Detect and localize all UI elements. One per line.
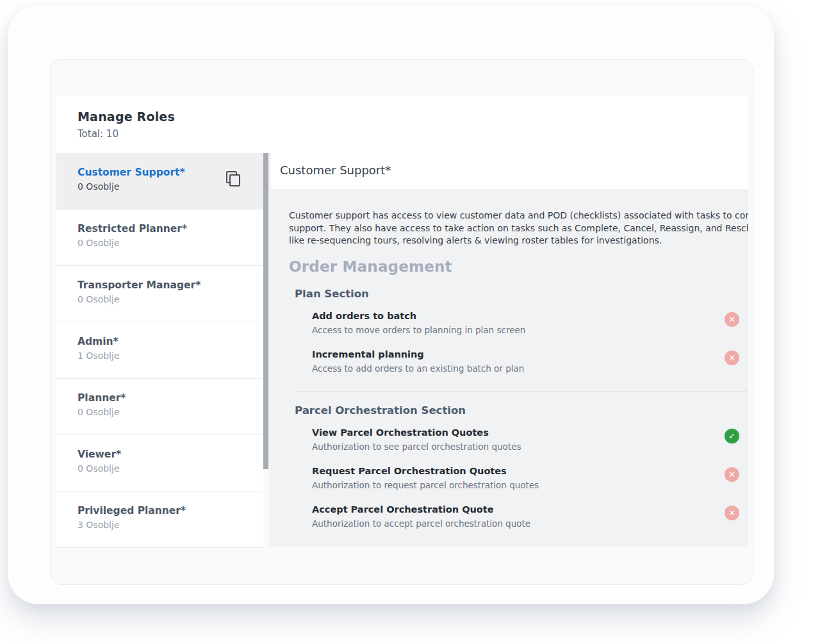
sidebar-scrollbar-track[interactable] (263, 153, 268, 547)
role-item-admin[interactable]: Admin* 1 Osoblje (56, 322, 263, 379)
screen: Manage Roles Total: 10 Customer Support*… (0, 0, 820, 644)
permission-title: Accept Parcel Orchestration Quote (312, 504, 710, 515)
role-member-count: 1 Osoblje (78, 351, 263, 361)
x-icon: ✕ (728, 354, 735, 362)
permission-description: Authorization to see parcel orchestratio… (312, 442, 710, 452)
app-card: Manage Roles Total: 10 Customer Support*… (50, 59, 753, 585)
role-detail-panel: Customer Support* Customer support has a… (271, 153, 748, 547)
permission-row: Accept Parcel Orchestration Quote Author… (312, 504, 748, 532)
role-item-planner[interactable]: Planner* 0 Osoblje (56, 379, 263, 435)
permission-row: Incremental planning Access to add order… (312, 349, 748, 377)
permission-title: View Parcel Orchestration Quotes (312, 427, 710, 438)
permission-row: Request Parcel Orchestration Quotes Auth… (312, 466, 748, 493)
section-parcel-orchestration: Parcel Orchestration Section View Parcel… (289, 404, 748, 532)
copy-icon (226, 171, 240, 186)
permission-denied-icon[interactable]: ✕ ✓ (725, 351, 739, 365)
x-icon: ✕ (728, 315, 735, 324)
role-detail-title: Customer Support* (280, 163, 748, 177)
role-name: Admin* (78, 336, 263, 347)
role-name: Privileged Planner* (78, 505, 263, 516)
page-title: Manage Roles (78, 110, 748, 124)
permission-denied-icon[interactable]: ✕ ✓ (725, 506, 739, 520)
role-item-privileged-planner[interactable]: Privileged Planner* 3 Osoblje (56, 491, 263, 548)
permission-description: Access to add orders to an existing batc… (312, 363, 710, 374)
role-member-count: 3 Osoblje (78, 520, 263, 530)
permission-granted-icon[interactable]: ✕ ✓ (725, 429, 739, 443)
section-title: Plan Section (295, 288, 748, 300)
device-frame: Manage Roles Total: 10 Customer Support*… (8, 5, 774, 604)
permission-title: Incremental planning (312, 349, 710, 359)
section-plan: Plan Section Add orders to batch Access … (289, 288, 748, 377)
permission-title: Add orders to batch (312, 311, 710, 321)
role-member-count: 0 Osoblje (78, 463, 263, 474)
role-detail-content: Customer support has access to view cust… (271, 189, 748, 547)
x-icon: ✕ (728, 470, 735, 479)
role-name: Planner* (78, 392, 263, 404)
roles-total-count: Total: 10 (78, 128, 748, 140)
role-item-restricted-planner[interactable]: Restricted Planner* 0 Osoblje (56, 210, 263, 266)
role-name: Transporter Manager* (78, 279, 263, 291)
section-divider (294, 391, 748, 392)
role-name: Restricted Planner* (78, 223, 263, 235)
role-member-count: 0 Osoblje (78, 238, 263, 248)
roles-sidebar: Customer Support* 0 Osoblje Restricted P… (56, 153, 268, 547)
permission-description: Access to move orders to planning in pla… (312, 325, 710, 335)
role-item-transporter-manager[interactable]: Transporter Manager* 0 Osoblje (56, 266, 263, 322)
section-title: Parcel Orchestration Section (295, 404, 748, 417)
permission-row: Add orders to batch Access to move order… (312, 311, 748, 338)
permission-denied-icon[interactable]: ✕ ✓ (725, 312, 739, 327)
role-detail-header: Customer Support* (271, 153, 748, 189)
permission-row: View Parcel Orchestration Quotes Authori… (312, 427, 748, 455)
role-item-viewer[interactable]: Viewer* 0 Osoblje (56, 435, 263, 491)
role-member-count: 0 Osoblje (78, 294, 263, 304)
x-icon: ✕ (728, 509, 735, 517)
check-icon: ✓ (728, 432, 735, 440)
permission-title: Request Parcel Orchestration Quotes (312, 466, 710, 476)
permission-description: Authorization to accept parcel orchestra… (312, 518, 710, 529)
role-member-count: 0 Osoblje (78, 407, 263, 417)
category-title: Order Management (289, 258, 748, 275)
permission-description: Authorization to request parcel orchestr… (312, 480, 710, 490)
role-item-customer-support[interactable]: Customer Support* 0 Osoblje (56, 153, 263, 210)
permission-denied-icon[interactable]: ✕ ✓ (725, 467, 739, 482)
role-list: Customer Support* 0 Osoblje Restricted P… (56, 153, 263, 548)
panel-header: Manage Roles Total: 10 (56, 95, 748, 153)
role-description: Customer support has access to view cust… (289, 210, 748, 247)
sidebar-scrollbar-thumb[interactable] (263, 153, 268, 469)
manage-roles-panel: Manage Roles Total: 10 Customer Support*… (56, 95, 748, 547)
copy-role-button[interactable] (226, 171, 240, 186)
role-name: Viewer* (78, 449, 263, 460)
